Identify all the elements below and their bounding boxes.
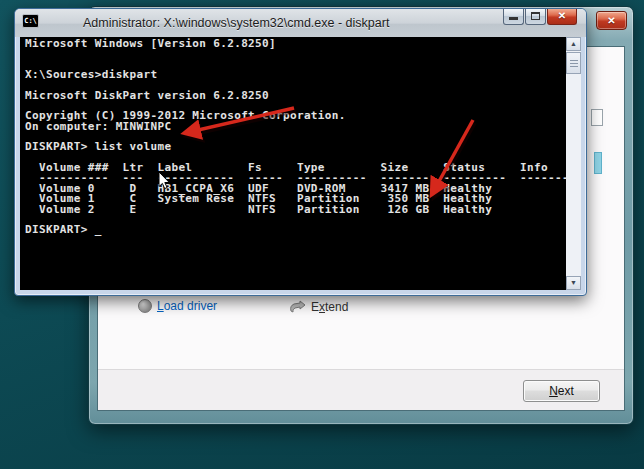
minimize-button[interactable] xyxy=(503,9,524,25)
cmd-window: C:\ Administrator: X:\windows\system32\c… xyxy=(14,8,587,296)
scroll-up-button[interactable]: ▲ xyxy=(566,37,581,51)
setup-footer: Next xyxy=(98,369,624,410)
windows-setup-screen: ✕ Load driver Extend Next xyxy=(0,0,644,469)
cmd-window-title: Administrator: X:\windows\system32\cmd.e… xyxy=(83,16,389,30)
console-scrollbar[interactable]: ▲ ▼ xyxy=(566,37,581,290)
drive-icon-fragment xyxy=(594,152,602,174)
maximize-button[interactable] xyxy=(525,9,546,25)
cmd-window-controls: ✕ xyxy=(502,9,577,25)
console-output: Microsoft Windows [Version 6.2.8250] X:\… xyxy=(20,37,581,290)
drive-list-fragment xyxy=(591,109,603,126)
minimize-icon xyxy=(509,17,518,20)
scroll-down-button[interactable]: ▼ xyxy=(566,276,581,290)
extend-arrow-icon xyxy=(289,299,306,314)
next-button[interactable]: Next xyxy=(523,380,600,402)
scrollbar-thumb[interactable] xyxy=(566,52,581,74)
setup-links-row: Load driver Extend xyxy=(98,299,624,323)
close-button[interactable]: ✕ xyxy=(547,9,577,25)
load-driver-link[interactable]: Load driver xyxy=(138,299,217,313)
cmd-titlebar[interactable]: C:\ Administrator: X:\windows\system32\c… xyxy=(15,9,586,37)
load-driver-label: Load driver xyxy=(157,299,217,313)
maximize-icon xyxy=(531,12,540,20)
cmd-icon: C:\ xyxy=(22,14,39,28)
setup-close-button[interactable]: ✕ xyxy=(596,11,627,30)
console-text: Microsoft Windows [Version 6.2.8250] X:\… xyxy=(25,39,576,236)
extend-label: Extend xyxy=(311,300,348,314)
disc-icon xyxy=(138,299,152,313)
scrollbar-grip-icon xyxy=(570,60,578,61)
extend-link[interactable]: Extend xyxy=(289,299,348,314)
